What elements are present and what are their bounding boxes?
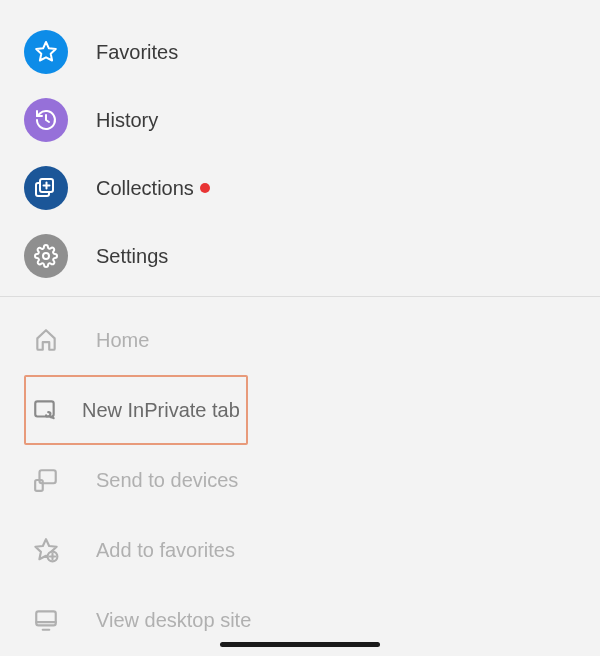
add-to-favorites-label: Add to favorites [96,539,235,562]
settings-icon [24,234,68,278]
home-icon [24,318,68,362]
send-to-devices-icon [24,458,68,502]
menu-item-add-to-favorites[interactable]: Add to favorites [0,515,600,585]
collections-label: Collections [96,177,194,200]
browser-menu: Favorites History Collections [0,0,600,655]
svg-point-3 [43,253,49,259]
home-indicator[interactable] [220,642,380,647]
home-label: Home [96,329,149,352]
menu-item-collections[interactable]: Collections [0,154,600,222]
view-desktop-label: View desktop site [96,609,251,632]
favorites-icon [24,30,68,74]
history-label: History [96,109,158,132]
collections-label-wrapper: Collections [96,177,210,200]
menu-item-send-to-devices[interactable]: Send to devices [0,445,600,515]
svg-rect-10 [36,611,56,625]
menu-item-new-inprivate[interactable]: New InPrivate tab [26,378,246,442]
collections-icon [24,166,68,210]
settings-label: Settings [96,245,168,268]
new-inprivate-label: New InPrivate tab [82,399,240,422]
menu-divider [0,296,600,297]
notification-dot-icon [200,183,210,193]
menu-item-settings[interactable]: Settings [0,222,600,290]
menu-item-history[interactable]: History [0,86,600,154]
highlighted-menu-item: New InPrivate tab [24,375,248,445]
desktop-icon [24,598,68,642]
add-favorite-icon [24,528,68,572]
favorites-label: Favorites [96,41,178,64]
inprivate-icon [26,388,64,432]
send-to-devices-label: Send to devices [96,469,238,492]
history-icon [24,98,68,142]
menu-item-home[interactable]: Home [0,305,600,375]
menu-item-favorites[interactable]: Favorites [0,18,600,86]
